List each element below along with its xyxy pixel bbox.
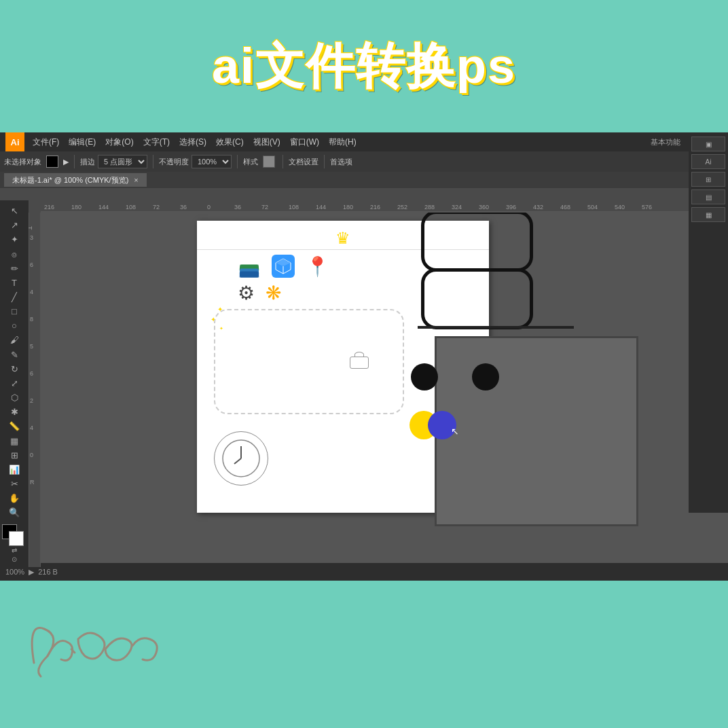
tool-text[interactable]: T xyxy=(2,276,26,289)
tool-slice[interactable]: ✂ xyxy=(2,477,26,490)
svg-text:252: 252 xyxy=(397,204,407,211)
right-panel: ▣ Ai ⊞ ▤ ▦ xyxy=(689,132,728,513)
tool-blend[interactable]: ⬡ xyxy=(2,391,26,404)
reset-colors[interactable]: ⊙ xyxy=(12,556,17,563)
flower-icon: ❋ xyxy=(266,282,281,304)
stroke-swatch[interactable] xyxy=(9,531,24,546)
svg-text:4: 4 xyxy=(30,289,33,295)
horizontal-divider-thick xyxy=(418,326,574,329)
menu-view[interactable]: 视图(V) xyxy=(249,135,285,149)
svg-text:180: 180 xyxy=(71,204,81,211)
layers-icon xyxy=(238,255,261,278)
svg-text:108: 108 xyxy=(126,204,136,211)
svg-text:72: 72 xyxy=(261,204,268,211)
bottom-banner xyxy=(0,581,728,728)
horizontal-ruler: 216 180 144 108 72 36 0 36 72 108 144 18… xyxy=(41,200,689,213)
tool-graph[interactable]: 📊 xyxy=(2,463,26,476)
stroke-label: 描边 xyxy=(80,157,95,167)
svg-text:6: 6 xyxy=(30,261,33,268)
svg-text:468: 468 xyxy=(560,204,570,211)
menu-bar: Ai 文件(F) 编辑(E) 对象(O) 文字(T) 选择(S) 效果(C) 视… xyxy=(0,132,728,151)
style-swatch[interactable] xyxy=(263,156,275,168)
svg-text:108: 108 xyxy=(289,204,299,211)
icons-row-2: ⚙ ❋ xyxy=(238,282,281,304)
swap-colors[interactable]: ⇄ xyxy=(12,547,17,554)
doc-settings-label[interactable]: 文档设置 xyxy=(289,157,318,167)
tool-pen[interactable]: ✏ xyxy=(2,262,26,275)
svg-text:144: 144 xyxy=(98,204,109,211)
outline-rect-bottom xyxy=(421,268,533,329)
menu-effect[interactable]: 效果(C) xyxy=(212,135,248,149)
svg-text:72: 72 xyxy=(153,204,160,211)
ai-logo: Ai xyxy=(5,132,24,151)
tool-zoom[interactable]: 🔍 xyxy=(2,506,26,519)
svg-text:0: 0 xyxy=(207,204,211,211)
separator-2 xyxy=(153,155,153,168)
panel-btn-4[interactable]: ▤ xyxy=(691,189,725,204)
svg-text:36: 36 xyxy=(234,204,241,211)
svg-text:2: 2 xyxy=(30,397,33,404)
svg-text:216: 216 xyxy=(370,204,380,211)
ai-application: Ai 文件(F) 编辑(E) 对象(O) 文字(T) 选择(S) 效果(C) 视… xyxy=(0,132,728,581)
menu-edit[interactable]: 编辑(E) xyxy=(65,135,100,149)
top-banner: ai文件转换ps xyxy=(0,0,728,132)
tool-gradient[interactable]: ▦ xyxy=(2,435,26,448)
svg-text:396: 396 xyxy=(506,204,516,211)
menu-file[interactable]: 文件(F) xyxy=(29,135,63,149)
canvas-area: ♛ xyxy=(41,200,728,563)
svg-text:576: 576 xyxy=(642,204,652,211)
opacity-dropdown[interactable]: 100% xyxy=(192,155,232,168)
tool-hand[interactable]: ✋ xyxy=(2,492,26,505)
tool-magic-wand[interactable]: ✦ xyxy=(2,233,26,246)
svg-text:6: 6 xyxy=(30,370,33,377)
tool-brush[interactable]: 🖌 xyxy=(2,333,26,346)
document-tab[interactable]: 未标题-1.ai* @ 100% (CMYK/预览) × xyxy=(4,173,147,187)
panel-btn-3[interactable]: ⊞ xyxy=(691,172,725,187)
brush-dropdown[interactable]: 5 点圆形 xyxy=(98,155,147,168)
cursor-indicator: ↖ xyxy=(451,426,459,437)
tool-scale[interactable]: ⤢ xyxy=(2,377,26,390)
svg-text:216: 216 xyxy=(44,204,54,211)
tab-bar: 未标题-1.ai* @ 100% (CMYK/预览) × xyxy=(0,172,728,188)
panel-btn-5[interactable]: ▦ xyxy=(691,207,725,222)
tool-measure[interactable]: 📏 xyxy=(2,420,26,433)
tool-ellipse[interactable]: ○ xyxy=(2,319,26,332)
tool-rect[interactable]: □ xyxy=(2,305,26,318)
tool-select[interactable]: ↖ xyxy=(2,204,26,217)
separator-5 xyxy=(324,155,325,168)
workspace-label: 基本功能 xyxy=(651,137,680,147)
panel-btn-1[interactable]: ▣ xyxy=(691,136,725,151)
tool-pencil[interactable]: ✎ xyxy=(2,348,26,361)
tool-rotate[interactable]: ↻ xyxy=(2,363,26,376)
main-title: ai文件转换ps xyxy=(212,34,516,99)
tool-direct-select[interactable]: ↗ xyxy=(2,219,26,232)
black-circle-right xyxy=(472,363,499,390)
panel-btn-ai[interactable]: Ai xyxy=(691,154,725,169)
menu-text[interactable]: 文字(T) xyxy=(139,135,174,149)
tool-line[interactable]: ╱ xyxy=(2,291,26,304)
fill-color-swatch[interactable] xyxy=(46,156,58,168)
menu-select[interactable]: 选择(S) xyxy=(175,135,211,149)
menu-help[interactable]: 帮助(H) xyxy=(325,135,361,149)
status-info: ▶ xyxy=(29,568,34,577)
svg-text:3: 3 xyxy=(30,234,33,241)
first-stroke-label[interactable]: 首选项 xyxy=(330,157,352,167)
tool-mesh[interactable]: ⊞ xyxy=(2,449,26,462)
svg-text:432: 432 xyxy=(533,204,543,211)
wallet-card xyxy=(214,309,404,414)
tool-lasso[interactable]: ⌾ xyxy=(2,247,26,260)
svg-text:4: 4 xyxy=(30,424,33,431)
menu-object[interactable]: 对象(O) xyxy=(101,135,137,149)
card-lock-icon xyxy=(350,357,369,369)
svg-text:180: 180 xyxy=(343,204,353,211)
stroke-icon: ▶ xyxy=(63,158,69,166)
clock-icon xyxy=(214,431,268,486)
tab-title: 未标题-1.ai* @ 100% (CMYK/预览) xyxy=(12,175,128,185)
separator-4 xyxy=(283,155,283,168)
style-label: 样式 xyxy=(243,157,258,167)
outline-rect-top xyxy=(421,211,533,272)
menu-window[interactable]: 窗口(W) xyxy=(286,135,323,149)
file-info: 216 B xyxy=(38,568,58,576)
tab-close[interactable]: × xyxy=(134,176,138,184)
tool-eyedropper[interactable]: ✱ xyxy=(2,405,26,418)
